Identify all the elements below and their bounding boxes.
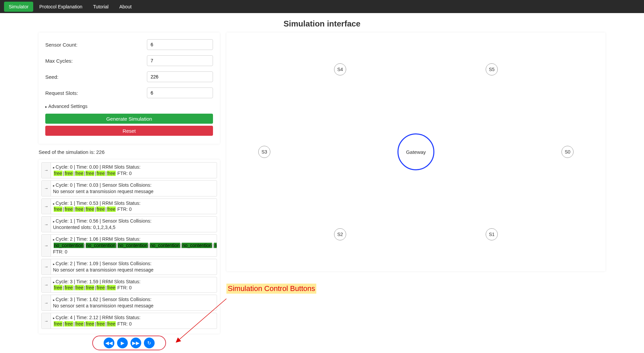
log-body[interactable]: Cycle: 2 | Time: 1.06 | RRM Slots Status…	[51, 235, 217, 256]
slot-status-line: no_contention|no_contention|no_contentio…	[53, 243, 217, 248]
play-button[interactable]: ▶	[117, 338, 128, 348]
step-forward-button[interactable]: ▶▶	[130, 338, 141, 348]
nav-item-simulator[interactable]: Simulator	[4, 2, 33, 12]
visualization-canvas: GatewayS4S5S3S0S2S1	[226, 33, 605, 271]
log-body[interactable]: Cycle: 4 | Time: 2.12 | RRM Slots Status…	[51, 313, 217, 329]
slot-badge: no_contention	[86, 243, 116, 248]
slot-badge: free	[64, 285, 73, 290]
log-expand-button[interactable]: →	[42, 181, 51, 196]
log-body[interactable]: Cycle: 0 | Time: 0.00 | RRM Slots Status…	[51, 163, 217, 178]
max-cycles-input[interactable]	[147, 55, 213, 66]
slot-status-line: free|free|free|free|free|free FTR: 0	[53, 321, 132, 327]
slot-badge: no_contention	[118, 243, 148, 248]
slot-badge: no_contention	[214, 243, 217, 248]
nav-item-protocol-explanation[interactable]: Protocol Explanation	[35, 2, 87, 12]
generate-simulation-button[interactable]: Generate Simulation	[45, 114, 213, 124]
slot-badge: free	[86, 171, 94, 176]
log-entry: →Cycle: 2 | Time: 1.06 | RRM Slots Statu…	[41, 234, 217, 257]
reload-icon: ↻	[147, 340, 151, 346]
slot-badge: free	[107, 207, 116, 212]
sensor-node-s0: S0	[561, 146, 574, 158]
log-detail: No sensor sent a transmission request me…	[53, 303, 215, 309]
log-summary: Cycle: 4 | Time: 2.12 | RRM Slots Status…	[53, 314, 215, 321]
log-expand-button[interactable]: →	[42, 277, 51, 293]
sensor-node-s1: S1	[486, 228, 498, 240]
slot-badge: free	[64, 321, 73, 327]
slot-status-line: free|free|free|free|free|free FTR: 0	[53, 171, 132, 176]
step-backward-button[interactable]: ◀◀	[104, 338, 114, 348]
slot-badge: free	[54, 207, 62, 212]
log-expand-button[interactable]: →	[42, 163, 51, 178]
log-expand-button[interactable]: →	[42, 199, 51, 214]
annotation-label: Simulation Control Buttons	[226, 284, 316, 294]
slot-badge: free	[86, 321, 94, 327]
control-buttons-group: ◀◀ ▶ ▶▶ ↻	[92, 336, 166, 350]
play-icon: ▶	[121, 340, 124, 346]
nav-item-about[interactable]: About	[115, 2, 137, 12]
sensor-node-s5: S5	[486, 63, 498, 75]
nav-item-tutorial[interactable]: Tutorial	[89, 2, 113, 12]
log-summary: Cycle: 3 | Time: 1.59 | RRM Slots Status…	[53, 279, 215, 285]
slot-badge: free	[96, 207, 105, 212]
log-expand-button[interactable]: →	[42, 259, 51, 275]
slot-badge: free	[64, 171, 73, 176]
slot-badge: free	[75, 171, 84, 176]
gateway-node: Gateway	[397, 133, 434, 170]
log-entry: →Cycle: 4 | Time: 2.12 | RRM Slots Statu…	[41, 313, 217, 329]
log-entry: →Cycle: 3 | Time: 1.59 | RRM Slots Statu…	[41, 277, 217, 293]
forward-icon: ▶▶	[132, 340, 140, 346]
log-body[interactable]: Cycle: 3 | Time: 1.62 | Sensor Slots Col…	[51, 295, 217, 310]
log-body[interactable]: Cycle: 1 | Time: 0.56 | Sensor Slots Col…	[51, 217, 217, 232]
slot-status-line: free|free|free|free|free|free FTR: 0	[53, 285, 132, 290]
max-cycles-label: Max Cycles:	[45, 58, 147, 64]
page-title: Simulation interface	[0, 19, 644, 28]
log-expand-button[interactable]: →	[42, 313, 51, 329]
log-entry: →Cycle: 3 | Time: 1.62 | Sensor Slots Co…	[41, 295, 217, 311]
log-body[interactable]: Cycle: 2 | Time: 1.09 | Sensor Slots Col…	[51, 259, 217, 275]
log-detail: No sensor sent a transmission request me…	[53, 188, 215, 195]
slot-badge: free	[96, 285, 105, 290]
advanced-settings-toggle[interactable]: Advanced Settings	[45, 104, 213, 109]
log-body[interactable]: Cycle: 1 | Time: 0.53 | RRM Slots Status…	[51, 199, 217, 214]
log-entry: →Cycle: 1 | Time: 0.53 | RRM Slots Statu…	[41, 198, 217, 215]
log-card: →Cycle: 0 | Time: 0.00 | RRM Slots Statu…	[39, 160, 220, 334]
log-summary: Cycle: 0 | Time: 0.00 | RRM Slots Status…	[53, 164, 215, 170]
sensor-node-s4: S4	[334, 63, 346, 75]
slot-badge: free	[75, 207, 84, 212]
seed-label: Seed:	[45, 74, 147, 80]
reload-button[interactable]: ↻	[144, 338, 155, 348]
slot-badge: no_contention	[182, 243, 212, 248]
log-summary: Cycle: 0 | Time: 0.03 | Sensor Slots Col…	[53, 182, 215, 188]
log-entry: →Cycle: 0 | Time: 0.00 | RRM Slots Statu…	[41, 162, 217, 178]
slot-badge: free	[64, 207, 73, 212]
slot-badge: free	[107, 285, 116, 290]
log-entry: →Cycle: 0 | Time: 0.03 | Sensor Slots Co…	[41, 180, 217, 196]
sensor-count-input[interactable]	[147, 39, 213, 50]
log-tail: FTR: 0	[53, 249, 217, 255]
log-body[interactable]: Cycle: 0 | Time: 0.03 | Sensor Slots Col…	[51, 181, 217, 196]
log-expand-button[interactable]: →	[42, 235, 51, 256]
log-summary: Cycle: 2 | Time: 1.09 | Sensor Slots Col…	[53, 260, 215, 267]
request-slots-input[interactable]	[147, 87, 213, 98]
request-slots-label: Request Slots:	[45, 90, 147, 96]
slot-badge: free	[75, 285, 84, 290]
slot-badge: free	[107, 321, 116, 327]
log-entry: →Cycle: 2 | Time: 1.09 | Sensor Slots Co…	[41, 259, 217, 275]
backward-icon: ◀◀	[105, 340, 113, 346]
log-expand-button[interactable]: →	[42, 295, 51, 310]
sensor-node-s2: S2	[334, 228, 346, 240]
seed-input[interactable]	[147, 71, 213, 82]
log-expand-button[interactable]: →	[42, 217, 51, 232]
log-detail: No sensor sent a transmission request me…	[53, 267, 215, 273]
log-summary: Cycle: 1 | Time: 0.56 | Sensor Slots Col…	[53, 218, 215, 224]
sensor-node-s3: S3	[258, 146, 270, 158]
slot-badge: free	[86, 285, 94, 290]
slot-badge: free	[54, 171, 62, 176]
log-summary: Cycle: 2 | Time: 1.06 | RRM Slots Status…	[53, 236, 217, 242]
log-body[interactable]: Cycle: 3 | Time: 1.59 | RRM Slots Status…	[51, 277, 217, 293]
settings-card: Sensor Count: Max Cycles: Seed: Request …	[39, 33, 220, 144]
slot-badge: free	[54, 285, 62, 290]
log-detail: Uncontented slots: 0,1,2,3,4,5	[53, 224, 215, 231]
sensor-count-label: Sensor Count:	[45, 42, 147, 48]
reset-button[interactable]: Reset	[45, 126, 213, 136]
